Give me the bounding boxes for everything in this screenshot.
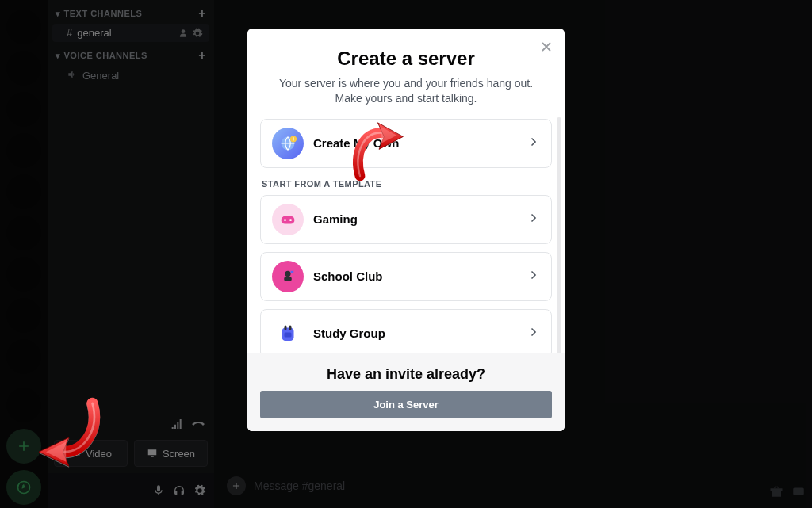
svg-rect-8 [284, 277, 292, 281]
close-icon [539, 40, 553, 54]
join-label: Join a Server [373, 399, 439, 411]
svg-point-7 [285, 271, 290, 277]
svg-rect-13 [285, 332, 292, 337]
svg-rect-12 [289, 325, 292, 330]
globe-plus-icon [272, 128, 304, 159]
svg-point-6 [289, 219, 292, 221]
invite-question: Have an invite already? [260, 366, 552, 383]
template-study-group-button[interactable]: Study Group [260, 309, 552, 353]
school-club-icon [272, 261, 304, 292]
join-server-button[interactable]: Join a Server [260, 391, 552, 418]
template-school-club-button[interactable]: School Club [260, 252, 552, 301]
svg-rect-4 [282, 216, 295, 224]
gaming-icon [272, 204, 304, 235]
svg-point-5 [284, 219, 286, 221]
modal-overlay: Create a server Your server is where you… [0, 0, 812, 508]
modal-subtitle: Your server is where you and your friend… [266, 76, 546, 106]
study-group-icon [272, 318, 304, 349]
modal-title: Create a server [266, 48, 546, 70]
svg-rect-11 [285, 325, 287, 330]
option-label: Study Group [313, 327, 385, 340]
chevron-right-icon [527, 136, 540, 151]
annotation-arrow-icon [347, 119, 411, 182]
modal-footer: Have an invite already? Join a Server [247, 353, 565, 431]
chevron-right-icon [527, 269, 540, 284]
app-root: ▾ TEXT CHANNELS + # general ▾ VOICE CHAN… [0, 0, 812, 508]
annotation-arrow-icon [32, 396, 103, 468]
option-label: Gaming [313, 212, 358, 226]
create-server-modal: Create a server Your server is where you… [247, 29, 565, 431]
chevron-right-icon [527, 212, 540, 227]
template-gaming-button[interactable]: Gaming [260, 195, 552, 244]
svg-rect-9 [291, 271, 294, 273]
close-button[interactable] [539, 40, 553, 57]
chevron-right-icon [527, 326, 540, 341]
option-label: School Club [313, 269, 383, 283]
